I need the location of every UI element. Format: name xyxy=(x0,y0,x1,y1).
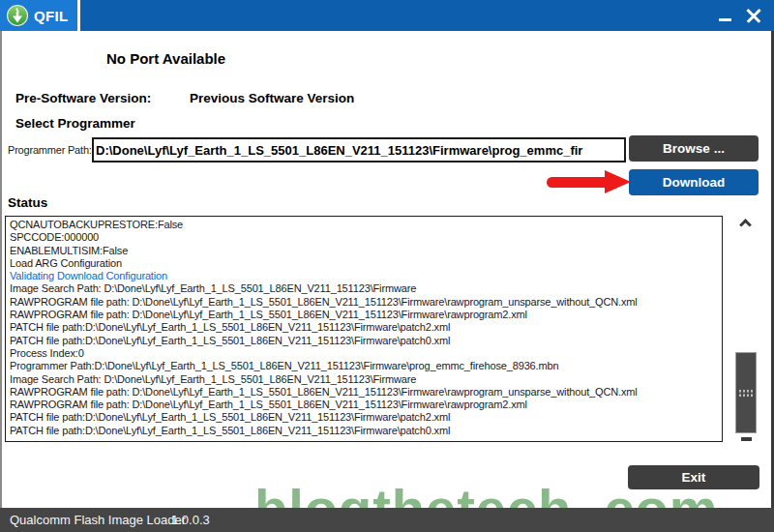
close-button[interactable] xyxy=(739,0,768,31)
close-icon xyxy=(744,6,763,25)
title-bar-app-area: QFIL xyxy=(0,0,77,31)
scroll-up-icon[interactable] xyxy=(739,219,752,231)
scrollbar-grip-icon xyxy=(738,389,754,398)
log-line: Load ARG Configuration xyxy=(10,257,722,270)
log-line: Process Index:0 xyxy=(10,347,722,360)
log-line: ENABLEMULTISIM:False xyxy=(10,245,722,257)
red-arrow-shaft xyxy=(547,177,607,188)
status-scrollbar[interactable] xyxy=(732,217,759,443)
log-line: RAWPROGRAM file path: D:\Done\Lyf\Lyf_Ea… xyxy=(10,309,722,321)
status-label: Status xyxy=(8,195,47,210)
scroll-down-icon[interactable] xyxy=(741,437,752,441)
footer-version: 1.0.0.3 xyxy=(171,508,210,532)
pre-software-version-label: Pre-Software Version: xyxy=(15,91,151,105)
browse-button[interactable]: Browse ... xyxy=(629,135,759,162)
title-bar: QFIL xyxy=(0,0,774,31)
log-line: RAWPROGRAM file path: D:\Done\Lyf\Lyf_Ea… xyxy=(10,399,722,411)
log-line: PATCH file path:D:\Done\Lyf\Lyf_Earth_1_… xyxy=(10,425,722,437)
download-button[interactable]: Download xyxy=(629,169,759,195)
qfil-logo-icon xyxy=(6,4,29,27)
pre-software-version-value: Previous Software Version xyxy=(190,91,354,105)
log-line: RAWPROGRAM file path: D:\Done\Lyf\Lyf_Ea… xyxy=(10,296,722,309)
footer-status-bar: Qualcomm Flash Image Loader 1.0.0.3 xyxy=(0,508,774,532)
footer-app-name: Qualcomm Flash Image Loader xyxy=(10,508,186,532)
titlebar-separator xyxy=(77,0,80,31)
qfil-window: QFIL No Port Available Pre-Software Vers… xyxy=(0,0,774,532)
programmer-path-label: Programmer Path: xyxy=(8,144,92,156)
log-line: PATCH file path:D:\Done\Lyf\Lyf_Earth_1_… xyxy=(10,321,722,334)
select-programmer-label: Select Programmer xyxy=(15,116,135,131)
log-line: QCNAUTOBACKUPRESTORE:False xyxy=(10,219,722,231)
red-arrow-head xyxy=(605,170,631,193)
log-line: Validating Download Configuration xyxy=(10,270,722,282)
port-status-text: No Port Available xyxy=(106,50,225,67)
log-line: SPCCODE:000000 xyxy=(10,231,722,244)
programmer-path-input[interactable] xyxy=(92,137,626,163)
exit-button[interactable]: Exit xyxy=(628,465,759,489)
window-left-border xyxy=(0,31,2,508)
log-line: Image Search Path: D:\Done\Lyf\Lyf_Earth… xyxy=(10,373,722,386)
red-arrow-annotation xyxy=(547,170,632,193)
status-log: QCNAUTOBACKUPRESTORE:FalseSPCCODE:000000… xyxy=(5,216,723,442)
minimize-icon xyxy=(719,18,731,21)
log-line: PATCH file path:D:\Done\Lyf\Lyf_Earth_1_… xyxy=(10,335,722,347)
log-line: PATCH file path:D:\Done\Lyf\Lyf_Earth_1_… xyxy=(10,411,722,424)
minimize-button[interactable] xyxy=(712,0,737,31)
log-line: Programmer Path:D:\Done\Lyf\Lyf_Earth_1_… xyxy=(10,360,722,372)
log-line: RAWPROGRAM file path: D:\Done\Lyf\Lyf_Ea… xyxy=(10,386,722,399)
app-title: QFIL xyxy=(34,8,68,24)
log-line: Image Search Path: D:\Done\Lyf\Lyf_Earth… xyxy=(10,282,722,295)
scrollbar-thumb[interactable] xyxy=(735,352,757,433)
